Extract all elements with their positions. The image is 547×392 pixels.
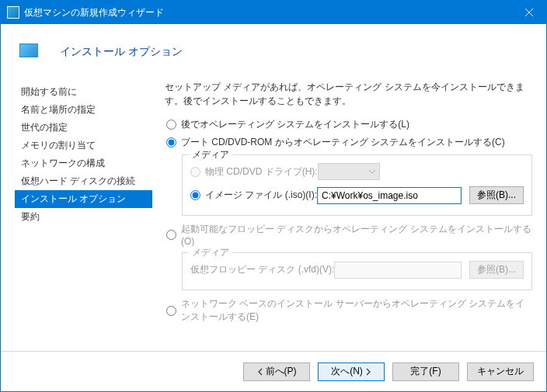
radio-install-floppy[interactable]: 起動可能なフロッピー ディスクからオペレーティング システムをインストールする(… xyxy=(165,220,532,249)
radio-install-cd-input[interactable] xyxy=(166,137,176,147)
radio-install-network[interactable]: ネットワーク ベースのインストール サーバーからオペレーティング システムをイン… xyxy=(165,295,532,326)
page-header: インストール オプション xyxy=(1,24,546,71)
finish-button[interactable]: 完了(F) xyxy=(392,363,459,381)
radio-install-network-label: ネットワーク ベースのインストール サーバーからオペレーティング システムをイン… xyxy=(181,297,532,324)
media-groupbox-label: メディア xyxy=(189,148,232,161)
close-icon xyxy=(525,9,533,16)
wizard-icon xyxy=(19,43,38,57)
image-file-label: イメージ ファイル (.iso)(I): xyxy=(205,189,317,202)
cancel-button[interactable]: キャンセル xyxy=(467,363,534,381)
radio-image-file[interactable] xyxy=(190,190,200,200)
app-icon xyxy=(7,6,19,19)
browse-floppy-button: 参照(B)... xyxy=(469,261,524,279)
next-button-label: 次へ(N) xyxy=(331,365,363,378)
media-groupbox: メディア 物理 CD/DVD ドライブ(H): イメージ ファイル (.iso)… xyxy=(182,154,532,216)
chevron-down-icon xyxy=(368,169,376,174)
intro-text: セットアップ メディアがあれば、オペレーティング システムを今インストールできま… xyxy=(165,80,532,108)
radio-install-floppy-label: 起動可能なフロッピー ディスクからオペレーティング システムをインストールする(… xyxy=(181,223,532,247)
sidebar-item-before-begin[interactable]: 開始する前に xyxy=(15,83,152,101)
floppy-groupbox-label: メディア xyxy=(189,246,232,259)
sidebar-item-network[interactable]: ネットワークの構成 xyxy=(15,154,152,172)
sidebar-item-summary[interactable]: 要約 xyxy=(15,208,152,226)
wizard-content: セットアップ メディアがあれば、オペレーティング システムを今インストールできま… xyxy=(152,71,538,351)
row-image-file: イメージ ファイル (.iso)(I): 参照(B)... xyxy=(190,183,524,207)
chevron-right-icon xyxy=(366,368,371,376)
chevron-left-icon xyxy=(257,368,263,376)
row-physical-drive: 物理 CD/DVD ドライブ(H): xyxy=(190,160,524,183)
radio-install-later-input[interactable] xyxy=(166,120,176,130)
radio-physical-drive xyxy=(190,167,200,177)
radio-install-floppy-input[interactable] xyxy=(166,230,176,240)
radio-install-network-input[interactable] xyxy=(166,306,176,316)
prev-button[interactable]: 前へ(P) xyxy=(243,363,310,381)
radio-install-later-label: 後でオペレーティング システムをインストールする(L) xyxy=(181,118,409,131)
browse-image-button[interactable]: 参照(B)... xyxy=(469,186,524,204)
sidebar-item-memory[interactable]: メモリの割り当て xyxy=(15,137,152,154)
wizard-steps-sidebar: 開始する前に 名前と場所の指定 世代の指定 メモリの割り当て ネットワークの構成… xyxy=(9,71,152,351)
row-virtual-floppy: 仮想フロッピー ディスク (.vfd)(V): 参照(B)... xyxy=(190,258,524,282)
wizard-footer: 前へ(P) 次へ(N) 完了(F) キャンセル xyxy=(1,351,546,391)
close-button[interactable] xyxy=(512,1,546,24)
page-title: インストール オプション xyxy=(60,45,183,59)
next-button[interactable]: 次へ(N) xyxy=(318,363,385,381)
sidebar-item-vhd[interactable]: 仮想ハード ディスクの接続 xyxy=(15,172,152,190)
prev-button-label: 前へ(P) xyxy=(266,365,297,378)
titlebar: 仮想マシンの新規作成ウィザード xyxy=(1,1,546,24)
image-path-input[interactable] xyxy=(317,187,462,204)
sidebar-item-install-options[interactable]: インストール オプション xyxy=(15,190,152,208)
physical-drive-label: 物理 CD/DVD ドライブ(H): xyxy=(205,165,318,179)
wizard-window: 仮想マシンの新規作成ウィザード インストール オプション 開始する前に 名前と場… xyxy=(0,0,547,392)
radio-install-later[interactable]: 後でオペレーティング システムをインストールする(L) xyxy=(165,116,532,134)
virtual-floppy-input xyxy=(334,262,462,279)
sidebar-item-generation[interactable]: 世代の指定 xyxy=(15,119,152,137)
physical-drive-dropdown xyxy=(318,163,380,180)
radio-install-cd-label: ブート CD/DVD-ROM からオペレーティング システムをインストールする(… xyxy=(181,136,505,149)
window-title: 仮想マシンの新規作成ウィザード xyxy=(24,6,512,19)
virtual-floppy-label: 仮想フロッピー ディスク (.vfd)(V): xyxy=(190,263,334,276)
sidebar-item-name-location[interactable]: 名前と場所の指定 xyxy=(15,101,152,119)
floppy-groupbox: メディア 仮想フロッピー ディスク (.vfd)(V): 参照(B)... xyxy=(182,252,532,290)
wizard-body: 開始する前に 名前と場所の指定 世代の指定 メモリの割り当て ネットワークの構成… xyxy=(1,71,546,351)
